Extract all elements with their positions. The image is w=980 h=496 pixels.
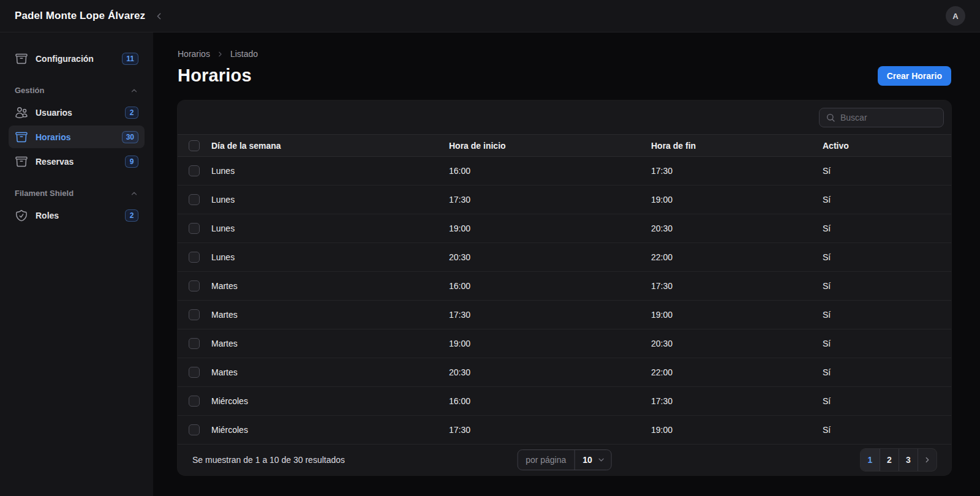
chevron-up-icon <box>130 86 138 95</box>
per-page-select[interactable]: por página 10 <box>517 449 612 470</box>
cell-inicio: 20:30 <box>449 252 651 262</box>
create-horario-button[interactable]: Crear Horario <box>878 66 951 86</box>
next-page-button[interactable] <box>918 449 937 471</box>
row-checkbox[interactable] <box>189 309 200 320</box>
sidebar-badge: 2 <box>125 107 138 119</box>
cell-fin: 17:30 <box>651 396 823 406</box>
cell-inicio: 17:30 <box>449 310 651 320</box>
page-button-2[interactable]: 2 <box>880 449 899 471</box>
row-checkbox[interactable] <box>189 338 200 349</box>
select-all-checkbox[interactable] <box>189 140 200 151</box>
archive-box-icon <box>15 155 28 168</box>
page-button-1[interactable]: 1 <box>861 449 880 471</box>
cell-activo: Sí <box>823 367 937 377</box>
table-footer: Se muestran de 1 a 10 de 30 resultados p… <box>178 445 951 475</box>
cell-inicio: 19:00 <box>449 339 651 348</box>
table-row[interactable]: Miércoles 17:30 19:00 Sí <box>178 416 951 445</box>
cell-fin: 19:00 <box>651 310 823 320</box>
table-row[interactable]: Lunes 17:30 19:00 Sí <box>178 186 951 214</box>
breadcrumb-listado: Listado <box>230 49 258 59</box>
table-row[interactable]: Martes 17:30 19:00 Sí <box>178 301 951 329</box>
cell-fin: 17:30 <box>651 281 823 291</box>
sidebar-item-label: Horarios <box>36 132 115 142</box>
sidebar-item-roles[interactable]: Roles 2 <box>9 204 145 227</box>
sidebar-group-label: Filament Shield <box>15 189 74 198</box>
sidebar-group-label: Gestión <box>15 86 44 95</box>
cell-inicio: 16:00 <box>449 281 651 291</box>
cell-dia: Miércoles <box>211 396 449 406</box>
users-icon <box>15 106 28 119</box>
cell-activo: Sí <box>823 310 937 320</box>
page-button-3[interactable]: 3 <box>899 449 918 471</box>
row-checkbox[interactable] <box>189 424 200 435</box>
cell-inicio: 20:30 <box>449 367 651 377</box>
row-checkbox[interactable] <box>189 165 200 176</box>
cell-inicio: 17:30 <box>449 195 651 205</box>
cell-activo: Sí <box>823 396 937 406</box>
cell-dia: Miércoles <box>211 425 449 435</box>
column-header-fin: Hora de fin <box>651 141 823 151</box>
search-input[interactable] <box>840 113 937 122</box>
sidebar-item-horarios[interactable]: Horarios 30 <box>9 126 145 148</box>
page-title: Horarios <box>178 66 252 86</box>
results-summary: Se muestran de 1 a 10 de 30 resultados <box>192 455 345 465</box>
sidebar-item-label: Configuración <box>36 54 115 64</box>
sidebar-group-gestion[interactable]: Gestión <box>9 86 145 95</box>
table-toolbar <box>178 100 951 134</box>
row-checkbox[interactable] <box>189 367 200 378</box>
sidebar-badge: 11 <box>122 53 138 65</box>
row-checkbox[interactable] <box>189 252 200 263</box>
cell-activo: Sí <box>823 425 937 435</box>
cell-dia: Martes <box>211 281 449 291</box>
row-checkbox[interactable] <box>189 280 200 291</box>
sidebar-badge: 30 <box>122 131 138 143</box>
row-checkbox[interactable] <box>189 194 200 205</box>
cell-fin: 22:00 <box>651 367 823 377</box>
sidebar-item-usuarios[interactable]: Usuarios 2 <box>9 101 145 124</box>
cell-inicio: 16:00 <box>449 166 651 176</box>
column-header-inicio: Hora de inicio <box>449 141 651 151</box>
sidebar-badge: 2 <box>125 209 138 222</box>
table-row[interactable]: Lunes 19:00 20:30 Sí <box>178 214 951 243</box>
cell-activo: Sí <box>823 252 937 262</box>
chevron-right-icon <box>216 50 224 58</box>
sidebar-item-reservas[interactable]: Reservas 9 <box>9 150 145 173</box>
row-checkbox[interactable] <box>189 223 200 234</box>
main-content: Horarios Listado Horarios Crear Horario … <box>153 32 980 496</box>
table-header-row: Día de la semana Hora de inicio Hora de … <box>178 134 951 157</box>
cell-activo: Sí <box>823 195 937 205</box>
sidebar-item-label: Usuarios <box>36 108 118 118</box>
cell-activo: Sí <box>823 281 937 291</box>
table-card: Día de la semana Hora de inicio Hora de … <box>178 100 951 475</box>
cell-fin: 19:00 <box>651 195 823 205</box>
user-avatar[interactable]: A <box>946 6 965 26</box>
sidebar-group-filament-shield[interactable]: Filament Shield <box>9 189 145 198</box>
archive-box-icon <box>15 130 28 144</box>
cell-dia: Martes <box>211 339 449 348</box>
cell-dia: Lunes <box>211 195 449 205</box>
column-header-activo: Activo <box>823 141 937 151</box>
sidebar-item-label: Roles <box>36 211 118 220</box>
cell-fin: 20:30 <box>651 224 823 233</box>
sidebar-item-configuracion[interactable]: Configuración 11 <box>9 47 145 70</box>
pagination: 1 2 3 <box>861 449 937 471</box>
sidebar-collapse-button[interactable] <box>154 11 164 21</box>
cell-fin: 20:30 <box>651 339 823 348</box>
brand-title[interactable]: Padel Monte Lope Álvarez <box>15 10 145 22</box>
breadcrumb-horarios[interactable]: Horarios <box>178 49 210 59</box>
table-row[interactable]: Martes 16:00 17:30 Sí <box>178 272 951 301</box>
table-row[interactable]: Miércoles 16:00 17:30 Sí <box>178 387 951 416</box>
table-row[interactable]: Lunes 16:00 17:30 Sí <box>178 157 951 186</box>
chevron-up-icon <box>130 189 138 198</box>
table-row[interactable]: Martes 20:30 22:00 Sí <box>178 358 951 387</box>
table-row[interactable]: Martes 19:00 20:30 Sí <box>178 329 951 358</box>
cell-fin: 22:00 <box>651 252 823 262</box>
sidebar-badge: 9 <box>125 156 138 168</box>
table-row[interactable]: Lunes 20:30 22:00 Sí <box>178 243 951 272</box>
chevron-right-icon <box>923 456 932 464</box>
cell-dia: Lunes <box>211 166 449 176</box>
per-page-label: por página <box>518 455 574 465</box>
topbar: Padel Monte Lope Álvarez A <box>0 0 980 32</box>
cell-dia: Lunes <box>211 224 449 233</box>
row-checkbox[interactable] <box>189 396 200 407</box>
